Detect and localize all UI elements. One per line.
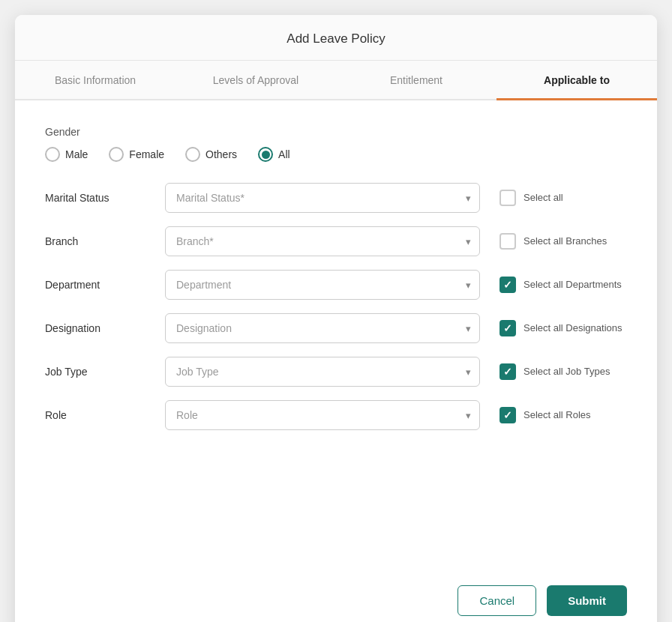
radio-label: Female xyxy=(129,148,164,160)
checkbox-label-branch: Select all Branches xyxy=(524,235,607,248)
footer: Cancel Submit xyxy=(15,570,657,622)
select-job-type[interactable]: Job Type xyxy=(165,357,480,387)
gender-option-male[interactable]: Male xyxy=(45,147,88,162)
select-designation[interactable]: Designation xyxy=(165,313,480,343)
modal-title: Add Leave Policy xyxy=(15,15,657,61)
checkbox-label-designation: Select all Designations xyxy=(524,322,622,335)
checkbox-area-role: Select all Roles xyxy=(500,407,620,423)
select-wrapper-branch: Branch*▾ xyxy=(165,226,480,256)
radio-inner-dot xyxy=(262,151,270,159)
checkbox-marital-status[interactable] xyxy=(500,190,516,206)
select-wrapper-marital-status: Marital Status*▾ xyxy=(165,183,480,213)
label-marital-status: Marital Status xyxy=(45,192,165,204)
form-row-job-type: Job TypeJob Type▾Select all Job Types xyxy=(45,357,627,387)
select-wrapper-role: Role▾ xyxy=(165,400,480,430)
label-designation: Designation xyxy=(45,322,165,334)
gender-options: MaleFemaleOthersAll xyxy=(45,147,627,162)
content-area: Gender MaleFemaleOthersAll Marital Statu… xyxy=(15,100,657,570)
label-branch: Branch xyxy=(45,235,165,247)
checkbox-label-marital-status: Select all xyxy=(524,192,563,205)
radio-button xyxy=(185,147,200,162)
form-row-department: DepartmentDepartment▾Select all Departme… xyxy=(45,270,627,300)
select-marital-status[interactable]: Marital Status* xyxy=(165,183,480,213)
label-role: Role xyxy=(45,409,165,421)
radio-button xyxy=(45,147,60,162)
checkbox-area-department: Select all Departments xyxy=(500,277,622,293)
select-wrapper-designation: Designation▾ xyxy=(165,313,480,343)
checkbox-area-job-type: Select all Job Types xyxy=(500,363,620,380)
checkbox-area-marital-status: Select all xyxy=(500,190,620,206)
checkbox-label-job-type: Select all Job Types xyxy=(524,366,610,378)
gender-option-female[interactable]: Female xyxy=(109,147,164,162)
checkbox-area-designation: Select all Designations xyxy=(500,320,622,336)
radio-button xyxy=(258,147,273,162)
checkbox-branch[interactable] xyxy=(500,233,516,250)
checkbox-role[interactable] xyxy=(500,407,516,423)
tab-basic-information[interactable]: Basic Information xyxy=(15,61,176,100)
tab-applicable-to[interactable]: Applicable to xyxy=(496,61,657,100)
modal-container: Add Leave Policy Basic InformationLevels… xyxy=(15,15,657,622)
select-branch[interactable]: Branch* xyxy=(165,226,480,256)
form-row-designation: DesignationDesignation▾Select all Design… xyxy=(45,313,627,343)
form-row-branch: BranchBranch*▾Select all Branches xyxy=(45,226,627,256)
radio-label: Male xyxy=(65,148,88,160)
checkbox-label-department: Select all Departments xyxy=(524,279,622,292)
label-job-type: Job Type xyxy=(45,366,165,378)
radio-label: All xyxy=(278,148,290,160)
cancel-button[interactable]: Cancel xyxy=(458,585,536,616)
checkbox-job-type[interactable] xyxy=(500,363,516,380)
radio-label: Others xyxy=(206,148,237,160)
checkbox-label-role: Select all Roles xyxy=(524,409,591,422)
select-wrapper-job-type: Job Type▾ xyxy=(165,357,480,387)
tab-levels-of-approval[interactable]: Levels of Approval xyxy=(176,61,336,100)
tab-entitlement[interactable]: Entitlement xyxy=(336,61,496,100)
form-row-marital-status: Marital StatusMarital Status*▾Select all xyxy=(45,183,627,213)
label-department: Department xyxy=(45,279,165,291)
tab-bar: Basic InformationLevels of ApprovalEntit… xyxy=(15,61,657,100)
fields-container: Marital StatusMarital Status*▾Select all… xyxy=(45,183,627,444)
checkbox-department[interactable] xyxy=(500,277,516,293)
checkbox-designation[interactable] xyxy=(500,320,516,336)
gender-label: Gender xyxy=(45,126,627,138)
select-wrapper-department: Department▾ xyxy=(165,270,480,300)
gender-option-others[interactable]: Others xyxy=(185,147,237,162)
submit-button[interactable]: Submit xyxy=(547,585,627,616)
checkbox-area-branch: Select all Branches xyxy=(500,233,620,250)
gender-option-all[interactable]: All xyxy=(258,147,290,162)
select-role[interactable]: Role xyxy=(165,400,480,430)
radio-button xyxy=(109,147,124,162)
select-department[interactable]: Department xyxy=(165,270,480,300)
form-row-role: RoleRole▾Select all Roles xyxy=(45,400,627,430)
